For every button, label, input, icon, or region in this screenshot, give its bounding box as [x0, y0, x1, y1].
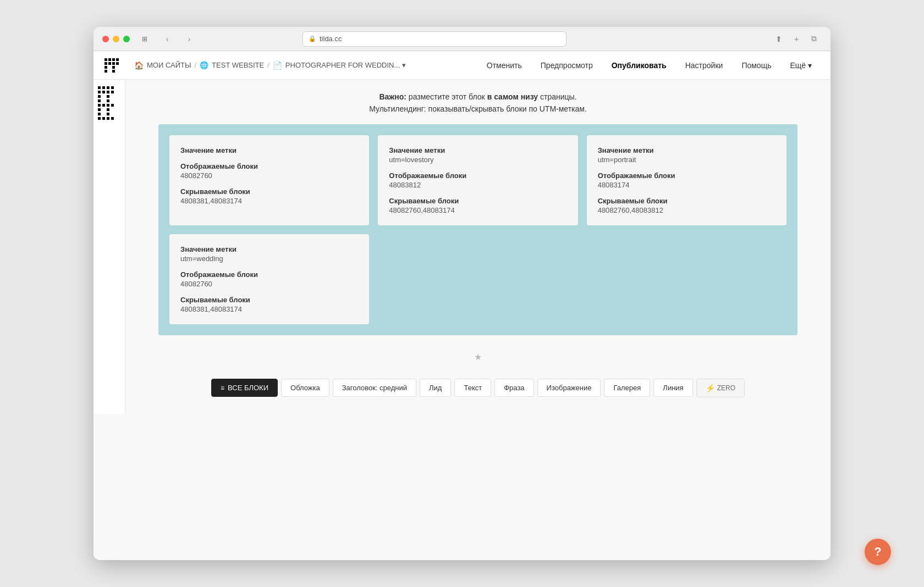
- card-show-value: 48083174: [598, 181, 776, 189]
- card-item[interactable]: Значение метки Отображаемые блоки 480827…: [169, 135, 369, 225]
- breadcrumb-page[interactable]: PHOTOGRAPHER FOR WEDDIN... ▾: [285, 61, 406, 69]
- star-separator: ★: [474, 352, 482, 362]
- card-item[interactable]: Значение метки utm=wedding Отображаемые …: [169, 234, 369, 324]
- card-value: utm=lovestory: [389, 156, 566, 164]
- app-layout: Важно: разместите этот блок в самом низу…: [94, 80, 831, 414]
- card-hide-value: 48082760,48083174: [389, 206, 566, 214]
- notice-banner: Важно: разместите этот блок в самом низу…: [358, 80, 598, 124]
- notice-text1: разместите этот блок: [406, 92, 487, 101]
- back-button[interactable]: ‹: [160, 31, 175, 47]
- filter-btn-text[interactable]: Текст: [454, 379, 491, 397]
- home-icon: 🏠: [134, 61, 144, 70]
- preview-button[interactable]: Предпросмотр: [533, 58, 601, 73]
- notice-suffix: страницы.: [538, 92, 576, 101]
- cancel-button[interactable]: Отменить: [479, 58, 530, 73]
- card-hide-label: Скрываемые блоки: [180, 296, 358, 304]
- app-toolbar: 🏠 МОИ САЙТЫ / 🌐 TEST WEBSITE / 📄 PHOTOGR…: [94, 51, 831, 80]
- card-label: Значение метки: [180, 146, 358, 154]
- breadcrumb-site[interactable]: TEST WEBSITE: [212, 61, 264, 69]
- breadcrumb: 🏠 МОИ САЙТЫ / 🌐 TEST WEBSITE / 📄 PHOTOGR…: [134, 61, 479, 70]
- card-show-label: Отображаемые блоки: [598, 171, 776, 180]
- card-show-label: Отображаемые блоки: [389, 171, 566, 180]
- window-controls-btn[interactable]: ⊞: [136, 31, 153, 47]
- share-button[interactable]: ⬆: [771, 31, 787, 47]
- notice-important: Важно:: [379, 92, 406, 101]
- help-button[interactable]: Помощь: [734, 58, 779, 73]
- page-icon: 📄: [273, 61, 282, 70]
- card-hide-value: 4808381,48083174: [180, 305, 358, 313]
- breadcrumb-site-icon: 🌐: [200, 61, 208, 69]
- more-button[interactable]: Ещё ▾: [782, 58, 820, 73]
- filter-btn-zero[interactable]: ⚡ZERO: [696, 379, 745, 397]
- notice-bold: в самом низу: [487, 92, 538, 101]
- filter-btn-all[interactable]: ≡ВСЕ БЛОКИ: [211, 379, 278, 397]
- notice-line2: Мультилендинг: показывать/скрывать блоки…: [369, 103, 587, 115]
- browser-actions: ⬆ + ⧉: [771, 31, 822, 47]
- filter-btn-image[interactable]: Изображение: [537, 379, 601, 397]
- cards-container: Значение метки Отображаемые блоки 480827…: [158, 124, 798, 335]
- card-label: Значение метки: [389, 146, 566, 154]
- help-float-button[interactable]: ?: [865, 539, 891, 565]
- card-show-value: 48083812: [389, 181, 566, 189]
- filter-btn-gallery[interactable]: Галерея: [604, 379, 650, 397]
- zero-lightning-icon: ⚡: [706, 384, 715, 392]
- page-body: Важно: разместите этот блок в самом низу…: [125, 80, 831, 414]
- breadcrumb-dropdown-icon: ▾: [402, 61, 406, 69]
- card-label: Значение метки: [180, 245, 358, 253]
- url-text: tilda.cc: [320, 35, 342, 43]
- copy-button[interactable]: ⧉: [806, 31, 822, 47]
- logo-pattern: [105, 58, 128, 73]
- block-filter-bar: ≡ВСЕ БЛОКИОбложкаЗаголовок: среднийЛидТе…: [211, 373, 745, 403]
- breadcrumb-sep-2: /: [267, 61, 270, 69]
- browser-titlebar: ⊞ ‹ › 🔒 tilda.cc ⬆ + ⧉: [94, 27, 831, 51]
- filter-btn-heading[interactable]: Заголовок: средний: [333, 379, 416, 397]
- toolbar-actions: Отменить Предпросмотр Опубликовать Настр…: [479, 58, 820, 73]
- minimize-traffic-light[interactable]: [113, 36, 119, 42]
- breadcrumb-page-label: PHOTOGRAPHER FOR WEDDIN...: [285, 61, 400, 69]
- new-tab-button[interactable]: +: [789, 31, 804, 47]
- breadcrumb-sep-1: /: [194, 61, 196, 69]
- card-value: utm=wedding: [180, 254, 358, 263]
- card-hide-value: 48082760,48083812: [598, 206, 776, 214]
- card-show-label: Отображаемые блоки: [180, 162, 358, 170]
- card-hide-value: 4808381,48083174: [180, 197, 358, 205]
- card-label: Значение метки: [598, 146, 776, 154]
- lock-icon: 🔒: [309, 35, 316, 42]
- address-bar[interactable]: 🔒 tilda.cc: [302, 31, 566, 47]
- sidebar-pattern: [94, 80, 125, 414]
- card-item[interactable]: Значение метки utm=portrait Отображаемые…: [587, 135, 787, 225]
- close-traffic-light[interactable]: [102, 36, 109, 42]
- filter-btn-phrase[interactable]: Фраза: [494, 379, 534, 397]
- card-hide-label: Скрываемые блоки: [389, 197, 566, 205]
- filter-btn-line[interactable]: Линия: [653, 379, 692, 397]
- card-hide-label: Скрываемые блоки: [180, 187, 358, 196]
- settings-button[interactable]: Настройки: [678, 58, 731, 73]
- filter-icon: ≡: [221, 384, 224, 392]
- publish-button[interactable]: Опубликовать: [604, 58, 674, 73]
- card-hide-label: Скрываемые блоки: [598, 197, 776, 205]
- forward-button[interactable]: ›: [182, 31, 197, 47]
- filter-btn-lead[interactable]: Лид: [420, 379, 451, 397]
- breadcrumb-home[interactable]: МОИ САЙТЫ: [147, 61, 191, 69]
- main-content: Важно: разместите этот блок в самом низу…: [94, 80, 831, 560]
- card-show-value: 48082760: [180, 171, 358, 180]
- card-value: utm=portrait: [598, 156, 776, 164]
- filter-btn-cover[interactable]: Обложка: [281, 379, 329, 397]
- bottom-area: ★ ≡ВСЕ БЛОКИОбложкаЗаголовок: среднийЛид…: [211, 335, 745, 414]
- notice-line1: Важно: разместите этот блок в самом низу…: [369, 91, 587, 103]
- traffic-lights: [102, 36, 130, 42]
- card-show-value: 48082760: [180, 280, 358, 288]
- fullscreen-traffic-light[interactable]: [123, 36, 130, 42]
- card-item[interactable]: Значение метки utm=lovestory Отображаемы…: [378, 135, 578, 225]
- card-show-label: Отображаемые блоки: [180, 270, 358, 279]
